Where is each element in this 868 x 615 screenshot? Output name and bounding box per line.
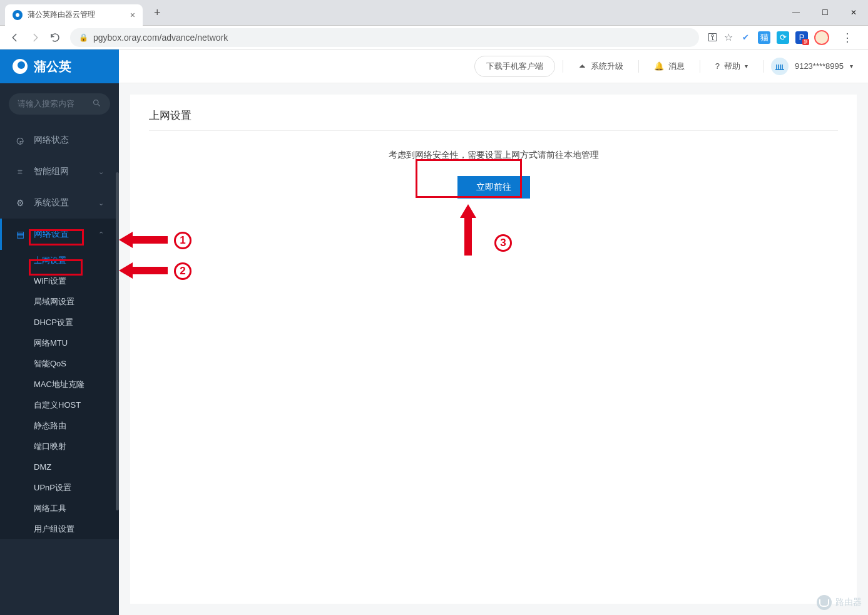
back-button[interactable]: [5, 28, 25, 48]
chevron-down-icon: ▾: [850, 63, 853, 70]
new-tab-button[interactable]: +: [149, 4, 166, 22]
url-text: pgybox.oray.com/advance/network: [93, 33, 228, 43]
sidebar-item-network-status[interactable]: ◶ 网络状态: [0, 125, 119, 156]
browser-tab-strip: 蒲公英路由器云管理 × + — ☐ ✕: [0, 0, 868, 26]
sub-item-mac-clone[interactable]: MAC地址克隆: [0, 374, 119, 395]
sub-item-static-route[interactable]: 静态路由: [0, 415, 119, 436]
divider: [563, 60, 563, 73]
help-link[interactable]: ? 帮助 ▾: [708, 61, 755, 72]
search-placeholder: 请输入搜索内容: [18, 98, 74, 110]
divider: [763, 60, 763, 73]
mesh-icon: ⌗: [15, 167, 25, 177]
app-root: 蒲公英 请输入搜索内容 ◶ 网络状态 ⌗ 智能组网 ⌄ ⚙ 系统设置 ⌄: [0, 49, 868, 615]
sub-item-lan[interactable]: 局域网设置: [0, 291, 119, 312]
sub-item-internet-settings[interactable]: 上网设置: [0, 250, 119, 271]
chevron-down-icon: ⌄: [98, 168, 104, 176]
user-id: 9123****8995: [795, 61, 844, 71]
sidebar-search[interactable]: 请输入搜索内容: [9, 93, 110, 115]
sub-item-net-tools[interactable]: 网络工具: [0, 498, 119, 519]
watermark: 路由器: [817, 595, 862, 610]
ext-icon-3[interactable]: ⟳: [777, 31, 789, 44]
go-now-button[interactable]: 立即前往: [457, 176, 530, 199]
router-icon: [771, 58, 789, 75]
sub-item-wifi[interactable]: WiFi设置: [0, 271, 119, 291]
ext-icon-4[interactable]: P新: [795, 31, 808, 44]
download-app-button[interactable]: 下载手机客户端: [474, 56, 555, 77]
user-menu[interactable]: 9123****8995 ▾: [771, 58, 853, 75]
sidebar-item-system-settings[interactable]: ⚙ 系统设置 ⌄: [0, 187, 119, 219]
gear-icon: ⚙: [15, 198, 25, 208]
chevron-down-icon: ▾: [745, 63, 748, 70]
browser-tab[interactable]: 蒲公英路由器云管理 ×: [5, 4, 143, 26]
sub-item-dmz[interactable]: DMZ: [0, 457, 119, 477]
system-upgrade-link[interactable]: ⏶ 系统升级: [571, 61, 631, 72]
close-tab-icon[interactable]: ×: [130, 10, 135, 20]
close-window-button[interactable]: ✕: [839, 3, 868, 22]
sub-item-dhcp[interactable]: DHCP设置: [0, 312, 119, 333]
content-card: 上网设置 考虑到网络安全性，需要设置上网方式请前往本地管理 立即前往: [130, 95, 857, 604]
chevron-down-icon: ⌄: [98, 199, 104, 207]
divider: [149, 130, 838, 131]
svg-point-0: [94, 100, 99, 105]
sub-item-qos[interactable]: 智能QoS: [0, 353, 119, 374]
sidebar-item-network-settings[interactable]: ▤ 网络设置 ⌃: [0, 219, 119, 250]
messages-link[interactable]: 🔔 消息: [646, 61, 692, 72]
nav-label: 系统设置: [34, 197, 69, 209]
extension-icons: ⚿ ☆ ✔ 猫 ⟳ P新 ⋮: [704, 30, 863, 45]
card-title: 上网设置: [149, 108, 838, 123]
upgrade-icon: ⏶: [578, 61, 586, 71]
logo-icon: [13, 59, 28, 74]
divider: [638, 60, 639, 73]
sidebar-nav: ◶ 网络状态 ⌗ 智能组网 ⌄ ⚙ 系统设置 ⌄ ▤ 网络设置 ⌃ 上网设置 W…: [0, 125, 119, 539]
sidebar-sublist: 上网设置 WiFi设置 局域网设置 DHCP设置 网络MTU 智能QoS MAC…: [0, 250, 119, 539]
tab-favicon: [13, 10, 23, 20]
nav-label: 网络状态: [34, 135, 69, 146]
watermark-text: 路由器: [835, 597, 862, 608]
minimize-button[interactable]: —: [782, 3, 810, 22]
sidebar: 蒲公英 请输入搜索内容 ◶ 网络状态 ⌗ 智能组网 ⌄ ⚙ 系统设置 ⌄: [0, 49, 119, 615]
sub-item-upnp[interactable]: UPnP设置: [0, 477, 119, 498]
brand-logo[interactable]: 蒲公英: [0, 49, 119, 83]
reload-button[interactable]: [45, 28, 65, 48]
ext-icon-2[interactable]: 猫: [758, 31, 770, 44]
help-icon: ?: [715, 61, 720, 71]
notice-text: 考虑到网络安全性，需要设置上网方式请前往本地管理: [149, 150, 838, 161]
sub-item-custom-host[interactable]: 自定义HOST: [0, 395, 119, 415]
watermark-icon: [817, 595, 832, 610]
nav-label: 智能组网: [34, 166, 69, 177]
chevron-up-icon: ⌃: [98, 230, 104, 239]
profile-avatar[interactable]: [814, 30, 829, 45]
divider: [700, 60, 700, 73]
star-icon[interactable]: ☆: [724, 31, 733, 43]
maximize-button[interactable]: ☐: [810, 3, 839, 22]
bell-icon: 🔔: [654, 61, 664, 71]
sidebar-item-smart-network[interactable]: ⌗ 智能组网 ⌄: [0, 156, 119, 187]
window-controls: — ☐ ✕: [782, 3, 868, 22]
dashboard-icon: ◶: [15, 135, 25, 145]
key-icon[interactable]: ⚿: [708, 32, 718, 43]
nav-label: 网络设置: [34, 229, 69, 240]
browser-address-bar: 🔒 pgybox.oray.com/advance/network ⚿ ☆ ✔ …: [0, 26, 868, 49]
sidebar-scrollbar[interactable]: [116, 172, 119, 510]
browser-menu-icon[interactable]: ⋮: [835, 31, 859, 44]
list-icon: ▤: [15, 229, 25, 239]
ext-icon-1[interactable]: ✔: [739, 31, 752, 44]
forward-button[interactable]: [25, 28, 45, 48]
sub-item-usergroup[interactable]: 用户组设置: [0, 519, 119, 539]
sub-item-mtu[interactable]: 网络MTU: [0, 333, 119, 353]
sub-item-port-map[interactable]: 端口映射: [0, 436, 119, 457]
brand-text: 蒲公英: [34, 58, 71, 75]
url-input[interactable]: 🔒 pgybox.oray.com/advance/network: [70, 28, 699, 47]
main-area: 下载手机客户端 ⏶ 系统升级 🔔 消息 ? 帮助 ▾ 91: [119, 49, 868, 615]
lock-icon: 🔒: [79, 33, 88, 42]
topbar: 下载手机客户端 ⏶ 系统升级 🔔 消息 ? 帮助 ▾ 91: [119, 49, 868, 83]
search-icon: [92, 98, 101, 110]
tab-title: 蒲公英路由器云管理: [28, 9, 95, 20]
